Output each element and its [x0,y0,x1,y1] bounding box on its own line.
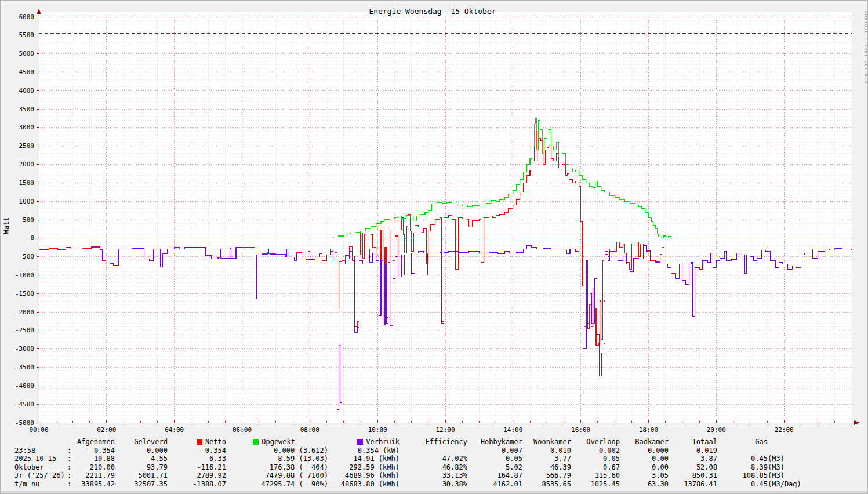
table-header-row: AfgenomenGeleverdNettoOpgewektVerbruikEf… [14,438,868,446]
x-tick-label: 10:00 [368,426,387,434]
column-header-efficiency: Efficiency [400,438,467,446]
table-cell: 8.39 [717,463,768,472]
y-tick-label: 2500 [19,142,35,150]
column-header-geleverd: Geleverd [115,438,168,446]
table-cell: -6.33 [168,455,226,463]
table-cell: 33.13% [400,471,467,480]
table-cell: 93.79 [115,463,168,472]
x-tick-label: 08:00 [300,426,319,434]
table-cell: 176.38 ( 404) [226,463,328,472]
table-cell: 0.67 [571,463,620,472]
x-tick-label: 16:00 [571,426,590,434]
y-tick-label: 6000 [19,13,35,21]
row-separator: : [66,455,74,463]
netto-legend-swatch [197,439,202,445]
x-tick-label: 18:00 [639,426,658,434]
table-cell: (M3/Dag) [768,480,803,489]
table-cell: 164.87 [467,471,522,480]
y-tick-label: -500 [19,253,35,260]
column-header-netto: Netto [168,438,226,446]
table-cell: 0.010 [522,446,571,455]
y-tick-label: -5000 [15,419,34,427]
table-cell: -1388.07 [168,480,226,489]
table-cell: 210.00 [74,463,115,472]
y-tick-label: -3000 [15,345,34,353]
table-row: Jr ('25/'26):2211.795001.712789.927479.8… [14,471,868,480]
table-cell: 14.91 (kWh) [328,455,400,463]
column-header-label: Verbruik [366,438,400,446]
table-cell: 1025.45 [571,480,620,489]
y-tick-label: 1000 [19,198,35,205]
table-cell: 7479.88 ( 7100) [226,471,328,480]
row-label: 2025-10-15 [14,455,66,463]
x-tick-label: 14:00 [503,426,522,434]
table-cell: 5.02 [467,463,522,472]
table-cell: 0.354 [74,446,115,455]
energy-graph-window: -5000-4500-4000-3500-3000-2500-2000-1500… [0,0,868,494]
table-cell: 8.59 (13.03) [226,455,328,463]
x-tick-label: 02:00 [97,426,116,434]
table-cell: 566.79 [522,471,571,480]
column-header-verbruik: Verbruik [328,438,400,446]
table-cell: 2211.79 [74,471,115,480]
header-spacer [66,438,74,446]
table-cell: 108.85 [717,471,768,480]
y-tick-label: 3000 [19,124,35,131]
table-cell: 33895.42 [74,480,115,489]
row-separator: : [66,471,74,480]
table-cell: 850.31 [669,471,717,480]
row-label: Jr ('25/'26) [14,471,66,480]
table-cell: 0.000 [620,446,669,455]
y-tick-label: -1500 [15,290,34,297]
column-header-woonkamer: Woonkamer [522,438,571,446]
table-cell: 3.87 [669,455,717,463]
verbruik-legend-swatch [357,439,363,445]
chart-title: Energie Woensdag 15 Oktober [369,7,496,16]
table-cell: 46.39 [522,463,571,472]
y-tick-label: -3500 [15,364,34,371]
legend-table: AfgenomenGeleverdNettoOpgewektVerbruikEf… [1,438,868,488]
column-header-label: Woonkamer [533,438,571,446]
table-cell: -0.354 [168,446,226,455]
column-header-label: Totaal [692,438,717,446]
table-row: 2025-10-15:10.884.55-6.338.59 (13.03)14.… [14,455,868,463]
energy-chart: -5000-4500-4000-3500-3000-2500-2000-1500… [1,1,868,439]
table-cell: 0.00 [620,455,669,463]
table-cell: 4162.01 [467,480,522,489]
column-header-label: Afgenomen [77,438,115,446]
column-header-hobbykamer: Hobbykamer [467,438,522,446]
row-label: 23:58 [14,446,66,455]
column-header-label: Badkamer [635,438,669,446]
table-cell: - [400,446,467,455]
table-cell: 0.354 (kW) [328,446,400,455]
y-tick-label: 4000 [19,87,35,95]
table-cell: 4689.96 (kWh) [328,471,400,480]
y-tick-label: 3500 [19,106,35,113]
y-tick-label: 5500 [19,31,35,39]
column-header-badkamer: Badkamer [620,438,669,446]
y-tick-label: 2000 [19,161,35,168]
row-separator: : [66,480,74,489]
table-cell: 13786.41 [669,480,717,489]
table-cell: 292.59 (kWh) [328,463,400,472]
table-cell: 47.02% [400,455,467,463]
y-tick-label: -4000 [15,382,34,390]
y-tick-label: 1500 [19,179,35,187]
y-tick-label: 0 [30,234,34,242]
row-separator: : [66,446,74,455]
table-cell: 4.55 [115,455,168,463]
table-cell: 0.00 [620,463,669,472]
column-header-blank [768,438,803,446]
table-row: t/m nu:33895.4232507.35-1388.0747295.74 … [14,480,868,489]
table-cell: 0.019 [669,446,717,455]
y-tick-label: -4500 [15,401,34,408]
row-label: Oktober [14,463,66,472]
table-cell: 46.82% [400,463,467,472]
y-tick-label: -2500 [15,326,34,334]
y-tick-label: 4500 [19,68,35,76]
y-tick-label: 500 [23,216,34,224]
row-separator: : [66,463,74,472]
table-cell: -116.21 [168,463,226,472]
column-header-label: Gas [755,438,768,446]
table-cell: (M3) [768,463,803,472]
